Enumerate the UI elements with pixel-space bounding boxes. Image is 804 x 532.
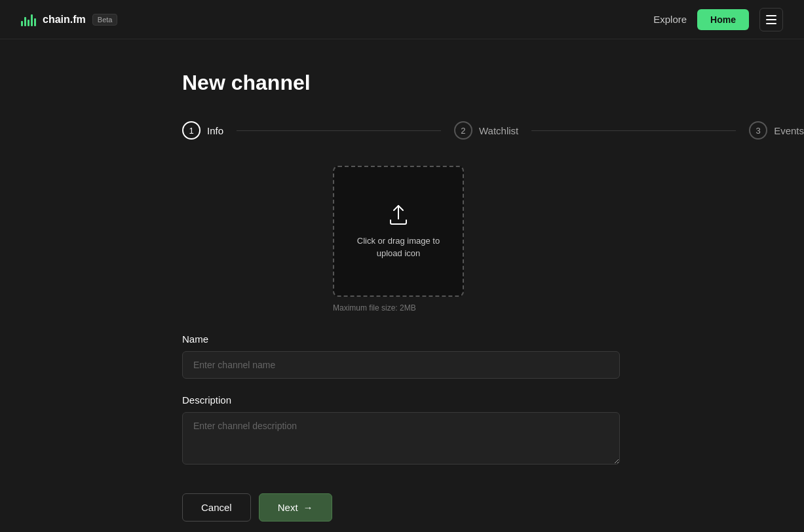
next-button[interactable]: Next → — [259, 493, 332, 522]
description-field-group: Description — [182, 394, 620, 467]
main-content: New channel 1 Info 2 Watchlist 3 Events — [0, 39, 804, 532]
step-1-label: Info — [207, 125, 223, 136]
explore-button[interactable]: Explore — [653, 14, 687, 25]
step-3-label: Events — [774, 125, 804, 136]
logo-text: chain.fm — [43, 14, 86, 26]
navbar-right: Explore Home — [653, 8, 783, 31]
home-button[interactable]: Home — [697, 9, 749, 30]
navbar: chain.fm Beta Explore Home — [0, 0, 804, 39]
upload-container: Click or drag image toupload icon Maximu… — [333, 166, 804, 313]
upload-prompt: Click or drag image toupload icon — [357, 235, 440, 260]
channel-description-textarea[interactable] — [182, 412, 620, 465]
upload-icon — [387, 203, 410, 227]
logo-bar-5 — [34, 18, 36, 26]
next-arrow-icon: → — [303, 502, 313, 513]
step-3-number: 3 — [756, 126, 761, 136]
step-divider-1 — [237, 130, 441, 131]
name-field-group: Name — [182, 333, 620, 379]
logo-icon — [21, 13, 36, 26]
step-3: 3 Events — [749, 121, 804, 140]
navbar-left: chain.fm Beta — [21, 13, 117, 26]
cancel-button[interactable]: Cancel — [182, 493, 251, 522]
logo-bar-1 — [21, 21, 23, 26]
step-2-circle: 2 — [454, 121, 472, 140]
steps-container: 1 Info 2 Watchlist 3 Events — [182, 121, 804, 140]
menu-line-2 — [766, 19, 776, 20]
page-title: New channel — [182, 71, 804, 95]
upload-area[interactable]: Click or drag image toupload icon — [333, 166, 464, 297]
step-2-number: 2 — [461, 126, 465, 136]
description-label: Description — [182, 394, 620, 406]
step-1-circle: 1 — [182, 121, 201, 140]
logo-bar-3 — [28, 20, 29, 26]
menu-line-1 — [766, 15, 776, 16]
channel-name-input[interactable] — [182, 351, 620, 379]
step-1: 1 Info — [182, 121, 223, 140]
next-button-label: Next — [278, 502, 298, 513]
name-label: Name — [182, 333, 620, 345]
step-2: 2 Watchlist — [454, 121, 518, 140]
file-size-hint: Maximum file size: 2MB — [333, 303, 416, 313]
menu-line-3 — [766, 23, 776, 24]
logo-bar-2 — [24, 17, 26, 26]
step-2-label: Watchlist — [479, 125, 518, 136]
menu-button[interactable] — [759, 8, 783, 31]
step-1-number: 1 — [189, 126, 193, 136]
step-3-circle: 3 — [749, 121, 767, 140]
logo-bar-4 — [31, 14, 33, 26]
beta-badge: Beta — [92, 14, 118, 26]
step-divider-2 — [531, 130, 736, 131]
button-row: Cancel Next → — [182, 493, 804, 522]
